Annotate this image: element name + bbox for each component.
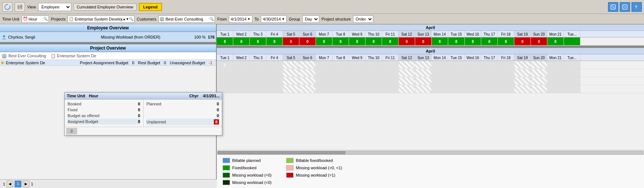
horizontal-scrollbar[interactable]	[217, 150, 644, 155]
day-header-cell: Sat 5	[283, 54, 299, 61]
page-first-num: 1	[3, 182, 5, 186]
time-unit-input[interactable]	[29, 16, 43, 22]
popup-row-fixed: Fixed 0	[68, 107, 140, 113]
scroll-track[interactable]	[217, 151, 643, 155]
refresh-button[interactable]	[2, 2, 12, 12]
corner-btn-3[interactable]: ?	[632, 2, 642, 12]
corner-btn-1[interactable]	[608, 2, 618, 12]
legend-swatch	[223, 180, 230, 185]
day-header-cell: Mon 21	[547, 31, 564, 37]
customers-search-icon[interactable]: 🔍	[209, 17, 214, 21]
time-unit-search-icon[interactable]: 🔍	[43, 17, 48, 21]
gantt-bottom-cell	[382, 69, 399, 77]
gantt-bottom-cell	[382, 85, 399, 93]
view-select[interactable]: Employee	[38, 3, 71, 11]
legend-swatch	[223, 165, 230, 170]
assigned-label: Assigned Budget	[68, 119, 98, 124]
to-date-value: 4/30/2014	[263, 17, 281, 21]
projects-input[interactable]	[75, 16, 122, 22]
gantt-bottom-cell	[481, 85, 498, 93]
gantt-bottom-cell	[233, 77, 250, 85]
day-header-cell: Fri 4	[266, 31, 283, 37]
gantt-bottom-cell	[514, 85, 531, 93]
popup-header: Time Unit Hour Chyr 4/1/201...	[65, 93, 217, 100]
day-header-cell: Fri 11	[382, 31, 399, 37]
page-prev-btn[interactable]: ◀	[7, 181, 13, 187]
projects-nav-icon[interactable]: ▲▼	[122, 17, 129, 21]
project-overview-header: Project Overview	[0, 44, 216, 52]
customers-input[interactable]	[165, 16, 209, 22]
day-header-cell: Fri 18	[498, 31, 514, 37]
legend-button[interactable]: Legend	[139, 3, 162, 11]
corner-btn-2[interactable]	[620, 2, 630, 12]
day-header-cell: Wed 2	[233, 54, 250, 61]
company-icon: 🏢	[1, 53, 7, 58]
legend-label: Missing workload (<0)	[232, 180, 271, 185]
gantt-bottom-cell	[299, 85, 316, 93]
gantt-bottom-cell	[266, 85, 283, 93]
legend-label: Fixed/booked	[232, 166, 256, 170]
gantt-data-cell: 8	[382, 37, 399, 46]
gantt-bottom-cell	[349, 61, 366, 69]
gantt-bottom-cell	[432, 61, 448, 69]
gantt-bottom-cell	[382, 61, 399, 69]
gantt-bottom-cell	[415, 69, 432, 77]
employee-icon	[1, 35, 7, 40]
cumulated-button[interactable]: Cumulated Employee Overview	[73, 3, 137, 11]
save-button[interactable]	[15, 2, 25, 12]
legend-item: Missing workload (<0)	[223, 180, 271, 185]
gantt-bottom-cell	[316, 69, 332, 77]
unassigned-budget-val: -1	[209, 61, 212, 65]
gantt-bottom-cell	[332, 85, 349, 93]
day-header-cell: Thu 17	[481, 31, 498, 37]
day-header-cell: Wed 16	[465, 54, 481, 61]
group-select[interactable]: Day	[302, 15, 319, 23]
day-header-cell: Sat 19	[514, 54, 531, 61]
scroll-thumb[interactable]	[218, 151, 345, 154]
popup-row-r3: 0	[147, 113, 217, 119]
gantt-data-cell: 8	[332, 37, 349, 46]
day-header-cell: Sat 5	[283, 31, 299, 37]
day-header-cell: Mon 7	[316, 31, 332, 37]
day-header-cell: Tue 8	[332, 31, 349, 37]
gantt-bottom-cell	[465, 61, 481, 69]
gantt-data-cell: 8	[448, 37, 465, 46]
day-header-cell: Fri 18	[498, 54, 514, 61]
to-date-btn[interactable]: ▼	[281, 17, 285, 21]
legend-col-left: Billable plannedFixed/bookedMissing work…	[223, 158, 271, 185]
gantt-bottom-cell	[514, 69, 531, 77]
gantt-bottom-cell	[481, 69, 498, 77]
gantt-bottom-cell	[465, 85, 481, 93]
legend-swatch	[223, 173, 230, 178]
gantt-bottom-cell	[332, 69, 349, 77]
assigned-val: 8	[138, 119, 140, 124]
to-date: 4/30/2014 ▼	[261, 15, 287, 23]
from-date-btn[interactable]: ▼	[247, 17, 251, 21]
gantt-bottom-cell	[399, 85, 415, 93]
projects-search-icon[interactable]: 🔍	[129, 17, 133, 21]
legend-item: Fixed/booked	[223, 165, 271, 170]
page-next-btn[interactable]: ▶	[23, 181, 29, 187]
day-header-cell: Tue...	[564, 54, 580, 61]
day-header-cell: Wed 16	[465, 31, 481, 37]
gantt-bottom-cell	[481, 77, 498, 85]
gantt-bottom-section: April Tue 1Wed 2Thu 3Fri 4Sat 5Sun 6Mon …	[217, 48, 644, 150]
gantt-bottom-cell	[233, 85, 250, 93]
popup-title: Time Unit	[67, 94, 85, 98]
legend-item: Missing workload (=1)	[286, 173, 342, 178]
day-header-cell: Sun 20	[531, 54, 547, 61]
popup-date: 4/1/201...	[203, 94, 217, 98]
popup-subtitle: Hour	[89, 94, 98, 98]
gantt-bottom-cell	[233, 61, 250, 69]
day-header-cell: Sun 6	[299, 54, 316, 61]
svg-rect-2	[18, 5, 21, 7]
gantt-data-cell: 0	[283, 37, 299, 46]
booked-label: Booked	[68, 102, 81, 106]
gantt-bottom-cell: 0	[217, 61, 233, 69]
popup-employee: Chyr	[189, 94, 198, 98]
page-current-btn[interactable]: 1	[15, 181, 21, 187]
legend-col-right: Billable fixed/bookedMissing workload (>…	[286, 158, 342, 178]
proj-struct-select[interactable]: Order	[353, 15, 373, 23]
left-panel: Employee Overview Chyrkov, Sergii Missin…	[0, 24, 217, 188]
svg-line-5	[612, 6, 614, 8]
